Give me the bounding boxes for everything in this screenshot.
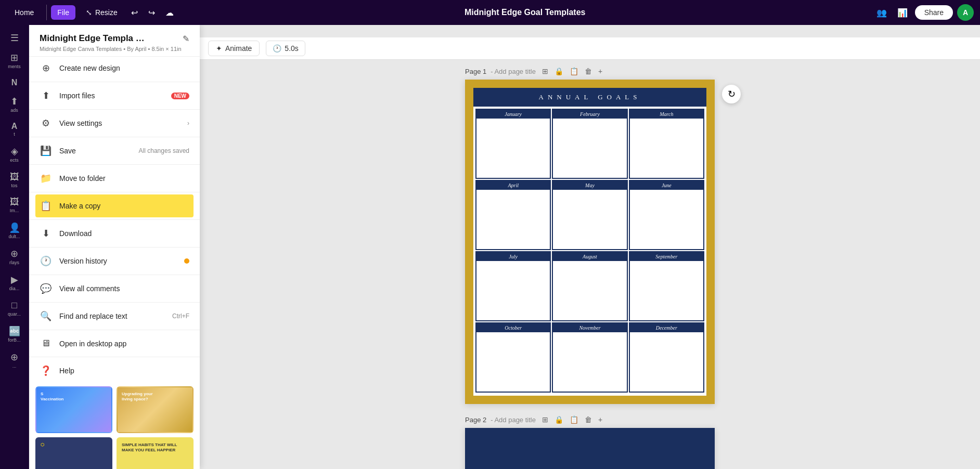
dropdown-item-import-files[interactable]: ⬆Import filesNEW <box>29 84 200 107</box>
page-2-add-btn[interactable]: + <box>596 414 604 425</box>
page-2-delete-btn[interactable]: 🗑 <box>583 414 594 425</box>
month-cell-april[interactable]: April <box>475 180 551 250</box>
undo-button[interactable]: ↩ <box>128 5 141 21</box>
sidebar-item-more[interactable]: ⊕ ... <box>2 348 27 372</box>
file-button[interactable]: File <box>51 5 75 20</box>
month-cell-january[interactable]: January <box>475 109 551 179</box>
help-icon: ❓ <box>40 365 52 376</box>
save-label: Save <box>59 147 132 155</box>
avatar[interactable]: A <box>957 4 974 21</box>
dropdown-item-version-history[interactable]: 🕐Version history <box>29 250 200 272</box>
help-label: Help <box>59 367 189 375</box>
chart-button[interactable]: 📊 <box>894 5 911 21</box>
more-label: ... <box>12 364 17 369</box>
month-cell-may[interactable]: May <box>552 180 627 250</box>
find-replace-shortcut: Ctrl+F <box>172 312 189 320</box>
sidebar-item-projects[interactable]: ◈ ects <box>2 142 27 166</box>
thumbnail-item-2[interactable]: Upgrading yourliving space? <box>117 386 194 433</box>
time-button[interactable]: 🕐 5.0s <box>266 41 305 56</box>
sidebar-item-brand[interactable]: N <box>2 75 27 90</box>
cloud-button[interactable]: ☁ <box>162 5 177 21</box>
canvas-area[interactable]: ✦ Animate 🕐 5.0s Page 1 - Add page title… <box>200 25 980 469</box>
adult-label: dult... <box>8 234 20 240</box>
month-cell-june[interactable]: June <box>629 180 704 250</box>
page-1-title: Page 1 <box>465 68 486 75</box>
dropdown-item-save[interactable]: 💾SaveAll changes saved <box>29 139 200 162</box>
dropdown-subtitle: Midnight Edge Canva Templates • By April… <box>40 46 189 52</box>
dropdown-item-download[interactable]: ⬇Download <box>29 222 200 245</box>
thumb-text-4: SIMPLE HABITS THAT WILL MAKE YOU FEEL HA… <box>118 438 192 458</box>
page-2-layout-btn[interactable]: ⊞ <box>540 414 550 425</box>
animate-button[interactable]: ✦ Animate <box>208 41 260 56</box>
create-new-design-icon: ⊕ <box>40 62 52 74</box>
sidebar-item-adult[interactable]: 👤 dult... <box>2 219 27 243</box>
sidebar-item-uploads[interactable]: ⬆ ads <box>2 93 27 116</box>
dropdown-item-create-new-design[interactable]: ⊕Create new design <box>29 57 200 80</box>
dropdown-item-open-desktop[interactable]: 🖥Open in desktop app <box>29 332 200 355</box>
page-2-add-title[interactable]: - Add page title <box>491 416 536 424</box>
page-1-add-title[interactable]: - Add page title <box>491 68 536 75</box>
collaborator-button[interactable]: 👥 <box>873 5 890 21</box>
topbar-center: Midnight Edge Goal Templates <box>181 8 869 17</box>
resize-button[interactable]: ⤡ Resize <box>80 5 124 20</box>
sidebar-item-images[interactable]: 🖼 Im... <box>2 193 27 217</box>
sidebar-item-text[interactable]: A t <box>2 119 27 140</box>
page-1-lock-btn[interactable]: 🔒 <box>552 66 565 76</box>
page-1-add-btn[interactable]: + <box>596 66 604 76</box>
page-1-layout-btn[interactable]: ⊞ <box>540 66 550 76</box>
refresh-button[interactable]: ↻ <box>722 85 741 103</box>
thumbnail-item-4[interactable]: SIMPLE HABITS THAT WILL MAKE YOU FEEL HA… <box>117 437 194 469</box>
page-1-frame[interactable]: ANNUAL GOALS JanuaryFebruaryMarchAprilMa… <box>465 80 715 404</box>
sidebar-item-menu[interactable]: ☰ <box>2 29 27 47</box>
sidebar-item-square[interactable]: □ quar... <box>2 297 27 320</box>
create-new-design-label: Create new design <box>59 64 189 72</box>
month-cell-march[interactable]: March <box>629 109 704 179</box>
sidebar-item-font[interactable]: 🔤 forB... <box>2 322 27 346</box>
redo-button[interactable]: ↪ <box>145 5 158 21</box>
media-icon: ▶ <box>11 274 18 285</box>
photos-label: tos <box>11 184 17 189</box>
share-button[interactable]: Share <box>915 5 953 20</box>
dropdown-item-view-settings[interactable]: ⚙View settings› <box>29 112 200 135</box>
sidebar-item-elements[interactable]: ⊞ ments <box>2 49 27 73</box>
page-2-frame[interactable] <box>465 428 715 469</box>
dropdown-item-find-replace[interactable]: 🔍Find and replace textCtrl+F <box>29 305 200 328</box>
media-label: dia... <box>9 286 20 292</box>
page-1-frame-wrapper: ANNUAL GOALS JanuaryFebruaryMarchAprilMa… <box>465 80 715 404</box>
month-cell-july[interactable]: July <box>475 251 551 321</box>
month-header-december: December <box>630 323 703 332</box>
dropdown-item-move-to-folder[interactable]: 📁Move to folder <box>29 167 200 190</box>
month-cell-september[interactable]: September <box>629 251 704 321</box>
import-files-label: Import files <box>59 92 164 100</box>
month-cell-february[interactable]: February <box>552 109 627 179</box>
month-cell-december[interactable]: December <box>629 322 704 393</box>
import-files-icon: ⬆ <box>40 90 52 101</box>
dropdown-item-help[interactable]: ❓Help <box>29 359 200 382</box>
page-1-copy-btn[interactable]: 📋 <box>568 66 581 76</box>
dropdown-item-make-a-copy[interactable]: 📋Make a copy <box>35 194 194 217</box>
month-cell-november[interactable]: November <box>552 322 627 393</box>
gold-border-left <box>465 80 473 404</box>
sidebar-item-media[interactable]: ▶ dia... <box>2 271 27 295</box>
page-1-delete-btn[interactable]: 🗑 <box>583 66 594 76</box>
version-history-icon: 🕐 <box>40 255 52 267</box>
sidebar-item-photos[interactable]: 🖼 tos <box>2 168 27 192</box>
month-cell-october[interactable]: October <box>475 322 551 393</box>
month-header-march: March <box>630 110 703 119</box>
images-icon: 🖼 <box>10 197 19 207</box>
month-body-january <box>476 119 550 178</box>
thumbnail-item-1[interactable]: SVaccination <box>35 386 112 433</box>
page-2-actions: ⊞ 🔒 📋 🗑 + <box>540 414 604 425</box>
sidebar-item-overlays[interactable]: ⊕ rlays <box>2 245 27 269</box>
dropdown-item-view-all-comments[interactable]: 💬View all comments <box>29 277 200 300</box>
page-2-lock-btn[interactable]: 🔒 <box>552 414 565 425</box>
month-cell-august[interactable]: August <box>552 251 627 321</box>
edit-icon[interactable]: ✎ <box>183 34 189 44</box>
month-header-may: May <box>553 181 626 190</box>
month-header-july: July <box>476 252 550 261</box>
home-button[interactable]: Home <box>6 0 42 25</box>
view-settings-label: View settings <box>59 119 180 127</box>
thumbnail-item-3[interactable]: ⬡ <box>35 437 112 469</box>
page-2-copy-btn[interactable]: 📋 <box>568 414 581 425</box>
month-body-march <box>630 119 703 178</box>
